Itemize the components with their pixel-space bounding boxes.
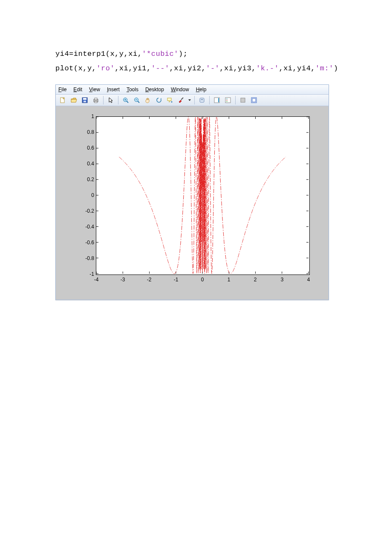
svg-rect-15	[167, 98, 171, 101]
pointer-icon[interactable]	[106, 95, 116, 105]
ytick-label: -0.8	[75, 256, 94, 261]
xtick-label: -4	[94, 277, 99, 282]
figure-window: File Edit View Insert Tools Desktop Wind…	[55, 84, 329, 300]
ytick-label: 0.6	[75, 145, 94, 150]
zoom-out-icon[interactable]	[132, 95, 142, 105]
menu-window[interactable]: Window	[171, 87, 189, 92]
toolbar	[56, 95, 329, 106]
svg-rect-5	[95, 98, 97, 100]
svg-line-12	[138, 101, 139, 103]
brush-icon[interactable]	[176, 95, 186, 105]
svg-rect-18	[200, 98, 204, 102]
ytick-label: 0	[75, 193, 94, 198]
ytick-label: -0.6	[75, 240, 94, 245]
svg-rect-20	[218, 98, 219, 102]
pan-icon[interactable]	[143, 95, 153, 105]
xtick-label: 4	[307, 277, 310, 282]
save-icon[interactable]	[80, 95, 90, 105]
zoom-in-icon[interactable]	[121, 95, 131, 105]
menu-tools[interactable]: Tools	[127, 87, 138, 92]
xtick-label: -3	[121, 277, 125, 282]
svg-line-8	[127, 101, 128, 103]
code-line-2: plot(x,y,'ro',xi,yi1,'--',xi,yi2,'-',xi,…	[55, 61, 341, 76]
svg-point-14	[157, 98, 161, 102]
dropdown-arrow-icon[interactable]	[187, 95, 192, 105]
open-file-icon[interactable]	[69, 95, 79, 105]
menu-view[interactable]: View	[89, 87, 100, 92]
hide-plot-tools-icon[interactable]	[238, 95, 248, 105]
ytick-label: -1	[75, 272, 94, 277]
rotate-icon[interactable]	[154, 95, 164, 105]
ytick-label: 0.4	[75, 161, 94, 166]
menu-file[interactable]: File	[58, 87, 66, 92]
xtick-label: -1	[174, 277, 179, 282]
show-plot-tools-icon[interactable]	[249, 95, 259, 105]
svg-point-16	[171, 101, 173, 103]
axes[interactable]: -4 -3 -2 -1 0 1 2 3 4	[96, 116, 310, 275]
menu-insert[interactable]: Insert	[107, 87, 120, 92]
colorbar-icon[interactable]	[212, 95, 222, 105]
datatip-icon[interactable]	[165, 95, 175, 105]
xtick-label: 2	[254, 277, 257, 282]
svg-rect-25	[241, 98, 245, 102]
print-icon[interactable]	[91, 95, 101, 105]
menubar: File Edit View Insert Tools Desktop Wind…	[56, 85, 329, 95]
xtick-label: -2	[147, 277, 152, 282]
ytick-label: 0.2	[75, 177, 94, 182]
ytick-label: 1	[75, 114, 94, 119]
plot-area: 1 0.8 0.6 0.4 0.2 0 -0.2 -0.4 -0.6 -0.8 …	[56, 106, 329, 300]
svg-line-17	[181, 98, 183, 100]
ytick-label: -0.2	[75, 208, 94, 214]
code-line-1: yi4=interp1(x,y,xi,'*cubic');	[55, 47, 341, 61]
xtick-label: 3	[281, 277, 284, 282]
new-file-icon[interactable]	[58, 95, 68, 105]
svg-rect-3	[84, 101, 86, 102]
legend-icon[interactable]	[223, 95, 233, 105]
menu-edit[interactable]: Edit	[73, 87, 82, 92]
link-icon[interactable]	[197, 95, 207, 105]
svg-rect-6	[95, 101, 97, 103]
xtick-label: 0	[201, 277, 204, 282]
svg-rect-21	[225, 98, 231, 103]
svg-rect-2	[83, 98, 86, 100]
xtick-label: 1	[228, 277, 231, 282]
menu-desktop[interactable]: Desktop	[145, 87, 164, 92]
ytick-label: 0.8	[75, 130, 94, 135]
menu-help[interactable]: Help	[196, 87, 207, 92]
ytick-label: -0.4	[75, 224, 94, 229]
